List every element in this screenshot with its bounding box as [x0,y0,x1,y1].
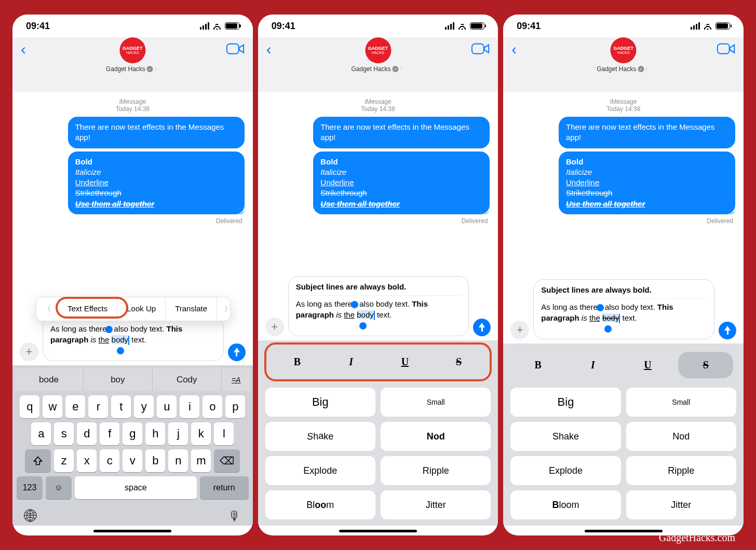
key-s[interactable]: s [54,422,74,445]
sent-bubble-1[interactable]: There are now text effects in the Messag… [559,117,735,148]
effect-small[interactable]: Small [381,388,491,417]
back-button[interactable]: ‹ [18,40,29,58]
selection-handle-icon[interactable] [359,322,367,329]
selection-handle-icon[interactable] [604,325,612,333]
back-button[interactable]: ‹ [263,40,275,58]
strike-button[interactable]: S [678,352,733,378]
bold-button[interactable]: B [510,353,565,377]
effect-jitter[interactable]: Jitter [381,490,491,519]
suggestion[interactable]: boy [84,368,153,391]
effect-explode[interactable]: Explode [265,456,375,485]
send-button[interactable] [473,319,491,336]
key-d[interactable]: d [77,422,97,445]
return-key[interactable]: return [200,476,249,499]
menu-look-up[interactable]: Look Up [117,297,166,320]
back-button[interactable]: ‹ [508,40,520,58]
text-effects-panel: B I U S Big Small Shake Nod Explode Ripp… [503,343,744,526]
send-button[interactable] [228,343,246,361]
effect-nod[interactable]: Nod [626,422,736,451]
shift-key[interactable] [25,449,51,472]
apps-button[interactable]: + [20,342,38,361]
key-e[interactable]: e [65,395,85,418]
facetime-button[interactable] [226,42,248,57]
key-h[interactable]: h [145,422,165,445]
menu-translate[interactable]: Translate [166,297,217,320]
space-key[interactable]: space [75,476,197,499]
effect-shake[interactable]: Shake [265,422,375,451]
facetime-button[interactable] [717,42,738,57]
underline-button[interactable]: U [378,350,432,374]
send-button[interactable] [719,322,736,339]
italic-button[interactable]: I [324,350,378,374]
effect-explode[interactable]: Explode [510,456,620,485]
sent-bubble-1[interactable]: There are now text effects in the Messag… [68,117,245,148]
globe-icon[interactable]: 🌐︎ [24,508,37,525]
contact-header[interactable]: GADGETHACKS Gadget Hacks✓〉 [351,37,404,73]
menu-next-icon[interactable]: 〉 [217,298,231,320]
italic-button[interactable]: I [565,353,620,377]
key-n[interactable]: n [168,449,188,472]
format-toggle-icon[interactable]: =A [222,368,251,391]
message-thread: iMessageToday 14:38 There are now text e… [503,92,744,227]
effect-ripple[interactable]: Ripple [626,456,736,485]
suggestion[interactable]: Cody [153,368,222,391]
suggestion[interactable]: bode [15,368,84,391]
key-m[interactable]: m [191,449,211,472]
menu-prev-icon[interactable]: 〈 [36,298,58,320]
key-f[interactable]: f [100,422,119,445]
home-indicator[interactable] [585,530,663,532]
mic-icon[interactable]: 🎙︎ [228,508,241,525]
contact-header[interactable]: GADGETHACKS Gadget Hacks ✓ 〉 [106,37,159,73]
effect-big[interactable]: Big [265,388,375,417]
key-z[interactable]: z [54,449,74,472]
sent-bubble-2[interactable]: Bold Italicize Underline Strikethrough U… [68,152,245,214]
home-indicator[interactable] [93,530,171,532]
effect-shake[interactable]: Shake [510,422,620,451]
sent-bubble-1[interactable]: There are now text effects in the Messag… [313,117,490,148]
key-v[interactable]: v [123,449,142,472]
effect-bloom[interactable]: Bloom [265,490,375,519]
key-k[interactable]: k [191,422,211,445]
verified-icon: ✓ [147,66,153,72]
facetime-button[interactable] [471,42,493,57]
bold-button[interactable]: B [271,350,325,374]
compose-field[interactable]: 〈 Text Effects Look Up Translate 〉 Subje… [43,317,224,361]
apps-button[interactable]: + [510,321,529,339]
compose-field[interactable]: Subject lines are always bold. As long a… [288,276,469,336]
effect-jitter[interactable]: Jitter [626,490,736,519]
numbers-key[interactable]: 123 [17,476,43,499]
key-t[interactable]: t [111,395,131,418]
sent-bubble-2[interactable]: BoldItalicizeUnderlineStrikethroughUse t… [559,152,735,214]
sent-bubble-2[interactable]: BoldItalicizeUnderlineStrikethroughUse t… [313,152,490,214]
key-a[interactable]: a [31,422,51,445]
strike-button[interactable]: S [432,350,486,374]
effect-ripple[interactable]: Ripple [381,456,491,485]
key-o[interactable]: o [203,395,222,418]
key-r[interactable]: r [88,395,108,418]
key-x[interactable]: x [77,449,97,472]
key-j[interactable]: j [168,422,188,445]
effect-nod[interactable]: Nod [381,422,491,451]
apps-button[interactable]: + [265,318,284,336]
delete-key[interactable]: ⌫ [214,449,240,472]
effect-bloom[interactable]: Bloom [510,490,620,519]
effect-big[interactable]: Big [510,388,620,417]
emoji-key[interactable]: ☺ [46,476,72,499]
key-p[interactable]: p [225,395,245,418]
key-y[interactable]: y [134,395,154,418]
key-g[interactable]: g [123,422,142,445]
compose-field[interactable]: Subject lines are always bold. As long a… [533,279,714,339]
key-b[interactable]: b [145,449,165,472]
key-q[interactable]: q [20,395,39,418]
underline-button[interactable]: U [620,353,676,377]
key-i[interactable]: i [180,395,199,418]
menu-text-effects[interactable]: Text Effects [58,297,117,320]
key-w[interactable]: w [43,395,62,418]
effect-small[interactable]: Small [626,388,736,417]
key-l[interactable]: l [214,422,234,445]
selection-handle-icon[interactable] [117,347,124,354]
home-indicator[interactable] [339,530,417,532]
key-c[interactable]: c [100,449,119,472]
key-u[interactable]: u [157,395,177,418]
contact-header[interactable]: GADGETHACKS Gadget Hacks✓〉 [597,37,650,73]
